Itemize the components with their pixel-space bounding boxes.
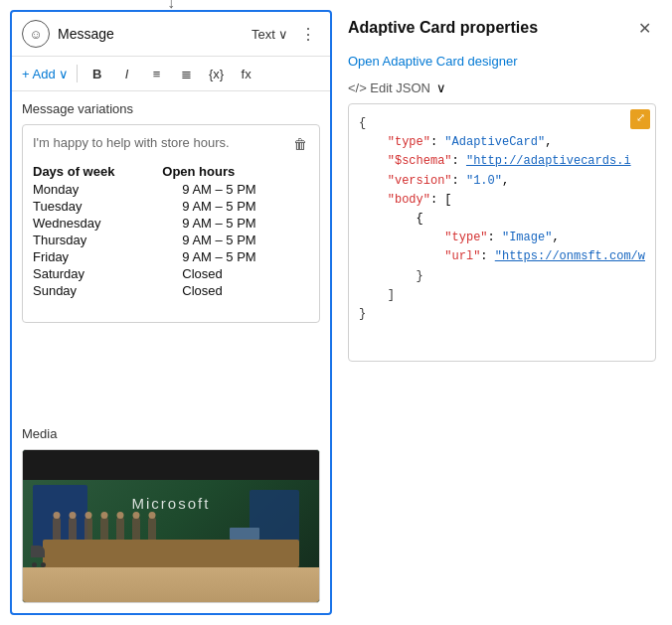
- json-editor[interactable]: ⤢ { "type": "AdaptiveCard", "$schema": "…: [348, 103, 656, 362]
- variations-label: Message variations: [22, 101, 320, 116]
- day-cell: Wednesday: [33, 215, 162, 232]
- person-3: [84, 518, 92, 540]
- json-line-7: "type": "Image",: [359, 229, 645, 247]
- message-placeholder-text: I'm happy to help with store hours.: [33, 135, 309, 150]
- store-floor: [23, 567, 319, 602]
- right-panel: Adaptive Card properties ✕ Open Adaptive…: [332, 0, 672, 625]
- col-header-day: Days of week: [33, 162, 162, 181]
- bold-button[interactable]: B: [85, 62, 109, 85]
- numbered-list-button[interactable]: ≣: [175, 62, 199, 85]
- laptop: [230, 528, 259, 540]
- edit-json-label: </> Edit JSON: [348, 80, 430, 95]
- json-line-3: "$schema": "http://adaptivecards.i: [359, 152, 645, 171]
- function-button[interactable]: fx: [235, 62, 258, 85]
- open-designer-link[interactable]: Open Adaptive Card designer: [348, 54, 656, 69]
- media-label: Media: [22, 426, 320, 441]
- json-line-9: }: [359, 267, 645, 286]
- table-row: Thursday9 AM – 5 PM: [33, 232, 309, 248]
- media-section: Media Microsoft: [12, 418, 330, 613]
- person-7: [148, 518, 156, 540]
- person-5: [116, 518, 124, 540]
- store-counter: [43, 540, 299, 567]
- message-box[interactable]: 🗑 I'm happy to help with store hours. Da…: [22, 124, 320, 323]
- edit-json-bar[interactable]: </> Edit JSON ∨: [348, 80, 656, 95]
- text-dropdown[interactable]: Text ∨: [252, 27, 288, 42]
- store-scene: Microsoft: [23, 450, 319, 602]
- edit-json-chevron-icon: ∨: [436, 80, 446, 95]
- json-line-4: "version": "1.0",: [359, 172, 645, 191]
- hours-cell: Closed: [162, 265, 309, 282]
- hours-cell: 9 AM – 5 PM: [162, 248, 309, 265]
- json-line-8: "url": "https://onmsft.com/w: [359, 247, 645, 266]
- table-row: Tuesday9 AM – 5 PM: [33, 198, 309, 215]
- json-line-5: "body": [: [359, 191, 645, 210]
- hours-cell: 9 AM – 5 PM: [162, 198, 309, 215]
- more-options-button[interactable]: ⋮: [296, 22, 320, 46]
- panel-header: Adaptive Card properties ✕: [348, 16, 656, 40]
- message-icon: ☺: [22, 20, 50, 48]
- table-row: SundayClosed: [33, 282, 309, 299]
- italic-button[interactable]: I: [115, 62, 139, 85]
- toolbar-divider: [77, 65, 78, 82]
- hours-cell: 9 AM – 5 PM: [162, 232, 309, 248]
- day-cell: Sunday: [33, 282, 162, 299]
- hours-cell: Closed: [162, 282, 309, 299]
- bullet-list-button[interactable]: ≡: [145, 62, 169, 85]
- text-label: Text: [252, 27, 275, 42]
- json-line-1: {: [359, 114, 645, 133]
- table-row: Friday9 AM – 5 PM: [33, 248, 309, 265]
- toolbar: + Add ∨ B I ≡ ≣ {x} fx: [12, 57, 330, 91]
- day-cell: Saturday: [33, 265, 162, 282]
- variable-button[interactable]: {x}: [205, 62, 229, 85]
- expand-button[interactable]: ⤢: [630, 109, 650, 129]
- message-content: Message variations 🗑 I'm happy to help w…: [12, 91, 330, 418]
- day-cell: Friday: [33, 248, 162, 265]
- table-row: Wednesday9 AM – 5 PM: [33, 215, 309, 232]
- json-line-10: ]: [359, 286, 645, 305]
- media-image: Microsoft: [22, 449, 320, 603]
- json-line-2: "type": "AdaptiveCard",: [359, 133, 645, 152]
- panel-title: Adaptive Card properties: [348, 19, 538, 37]
- day-cell: Tuesday: [33, 198, 162, 215]
- add-label: + Add: [22, 67, 56, 81]
- hours-cell: 9 AM – 5 PM: [162, 181, 309, 198]
- close-button[interactable]: ✕: [632, 16, 656, 40]
- person-1: [53, 518, 61, 540]
- add-chevron-icon: ∨: [59, 67, 69, 81]
- chat-icon: ☺: [29, 27, 42, 42]
- message-header: ☺ Message Text ∨ ⋮: [12, 12, 330, 57]
- person-6: [132, 518, 140, 540]
- json-line-6: {: [359, 210, 645, 229]
- schedule-table: Days of week Open hours Monday9 AM – 5 P…: [33, 162, 309, 299]
- text-chevron-icon: ∨: [278, 27, 288, 42]
- delete-button[interactable]: 🗑: [287, 131, 313, 157]
- col-header-hours: Open hours: [162, 162, 309, 181]
- hours-cell: 9 AM – 5 PM: [162, 215, 309, 232]
- json-line-11: }: [359, 305, 645, 324]
- message-title: Message: [58, 26, 244, 42]
- stroller-body: [31, 546, 45, 557]
- day-cell: Monday: [33, 181, 162, 198]
- store-ceiling: [23, 450, 319, 480]
- table-row: SaturdayClosed: [33, 265, 309, 282]
- add-button[interactable]: + Add ∨: [22, 67, 69, 81]
- table-row: Monday9 AM – 5 PM: [33, 181, 309, 198]
- day-cell: Thursday: [33, 232, 162, 248]
- top-arrow: ↓: [167, 0, 175, 12]
- stroller: [31, 546, 47, 567]
- person-2: [69, 518, 77, 540]
- person-4: [100, 518, 108, 540]
- left-panel: ↓ ☺ Message Text ∨ ⋮ + Add ∨ B I ≡ ≣ {x}: [10, 10, 332, 615]
